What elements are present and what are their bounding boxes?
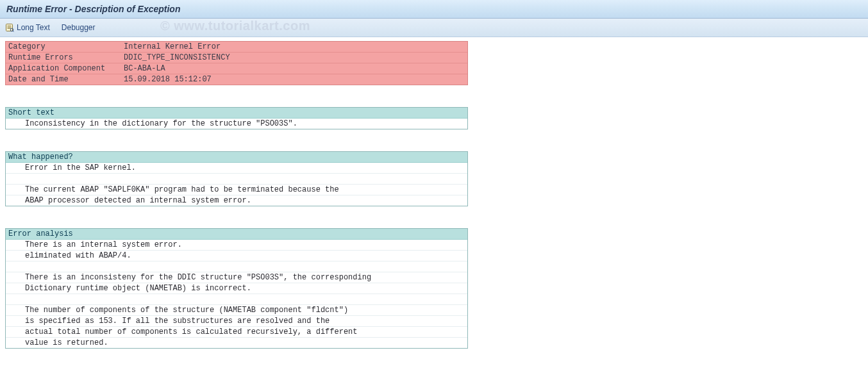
- section-line: value is returned.: [6, 338, 467, 348]
- header-row: Application ComponentBC-ABA-LA: [6, 63, 467, 74]
- header-row: Runtime ErrorsDDIC_TYPE_INCONSISTENCY: [6, 53, 467, 63]
- debugger-button[interactable]: Debugger: [62, 19, 96, 36]
- section-line: ABAP processor detected an internal syst…: [6, 195, 467, 206]
- window-title: Runtime Error - Description of Exception: [6, 4, 180, 14]
- section-body: There is an internal system error.elimin…: [6, 240, 467, 348]
- header-value: Internal Kernel Error: [124, 42, 465, 52]
- header-row: Date and Time15.09.2018 15:12:07: [6, 74, 467, 85]
- section-block: Short textInconsistency in the dictionar…: [5, 107, 468, 129]
- section-line: The current ABAP "SAPLF0KA" program had …: [6, 185, 467, 195]
- section-line: [6, 174, 467, 185]
- section-body: Inconsistency in the dictionary for the …: [6, 119, 467, 129]
- window-titlebar: Runtime Error - Description of Exception: [0, 0, 868, 19]
- section-body: Error in the SAP kernel.The current ABAP…: [6, 163, 467, 206]
- main-scroll-area[interactable]: CategoryInternal Kernel ErrorRuntime Err…: [0, 37, 868, 389]
- header-value: 15.09.2018 15:12:07: [124, 74, 465, 85]
- long-text-label: Long Text: [17, 19, 50, 36]
- section-line: Dictionary runtime object (NAMETAB) is i…: [6, 283, 467, 294]
- error-header-block: CategoryInternal Kernel ErrorRuntime Err…: [5, 41, 468, 85]
- header-label: Runtime Errors: [8, 53, 124, 63]
- header-value: BC-ABA-LA: [124, 63, 465, 74]
- header-row: CategoryInternal Kernel Error: [6, 42, 467, 53]
- section-line: eliminated with ABAP/4.: [6, 251, 467, 261]
- section-line: [6, 261, 467, 272]
- header-label: Category: [8, 42, 124, 52]
- section-line: actual total number of components is cal…: [6, 327, 467, 338]
- header-label: Date and Time: [8, 74, 124, 85]
- long-text-icon: [5, 23, 14, 32]
- section-line: [6, 294, 467, 305]
- section-line: Error in the SAP kernel.: [6, 163, 467, 174]
- svg-line-5: [13, 31, 14, 32]
- debugger-label: Debugger: [62, 19, 96, 36]
- section-block: Error analysisThere is an internal syste…: [5, 228, 468, 349]
- toolbar: Long Text Debugger © www.tutorialkart.co…: [0, 19, 868, 37]
- section-title: What happened?: [6, 152, 467, 163]
- section-line: Inconsistency in the dictionary for the …: [6, 119, 467, 129]
- section-title: Error analysis: [6, 229, 467, 240]
- section-line: There is an inconsisteny for the DDIC st…: [6, 272, 467, 283]
- long-text-button[interactable]: Long Text: [5, 19, 50, 36]
- section-title: Short text: [6, 108, 467, 119]
- watermark-text: © www.tutorialkart.com: [160, 17, 310, 34]
- section-block: What happened?Error in the SAP kernel.Th…: [5, 151, 468, 206]
- header-value: DDIC_TYPE_INCONSISTENCY: [124, 53, 465, 63]
- section-line: is specified as 153. If all the substruc…: [6, 316, 467, 327]
- section-line: There is an internal system error.: [6, 240, 467, 251]
- header-label: Application Component: [8, 63, 124, 74]
- section-line: The number of components of the structur…: [6, 305, 467, 316]
